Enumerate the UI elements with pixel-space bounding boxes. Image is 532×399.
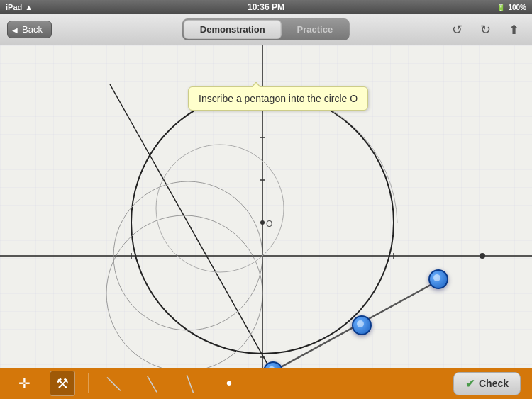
toolbar-tools: ✛ ⚒ │ │ │ • [11,371,242,396]
svg-point-18 [480,253,485,259]
svg-text:O: O [266,219,272,229]
line-tool-1-button[interactable]: │ [101,371,127,396]
carrier-label: iPad [6,3,22,11]
move-icon: ✛ [18,375,31,392]
line1-icon: │ [104,373,124,393]
battery-label: 100% [508,4,526,11]
point-icon: • [226,373,232,393]
check-button[interactable]: ✔ Check [453,372,521,395]
status-right: 🔋 100% [497,4,526,11]
nav-bar: Back Demonstration Practice ↺ ↻ ⬆ [0,14,532,45]
redo-button[interactable]: ↻ [474,18,497,41]
checkmark-icon: ✔ [465,377,475,390]
drag-point-top-right[interactable] [428,269,448,289]
check-label: Check [479,378,509,389]
tooltip-text: Inscribe a pentagon into the circle O [199,93,358,104]
geometry-canvas: O Inscribe a pentagon into the circle O [0,45,532,368]
battery-icon: 🔋 [497,4,505,11]
tooltip: Inscribe a pentagon into the circle O [188,86,368,111]
construct-tool-button[interactable]: ⚒ [50,371,75,396]
undo-button[interactable]: ↺ [445,18,468,41]
line-tool-2-button[interactable]: │ [140,371,165,396]
toolbar-separator [88,373,89,393]
toolbar: ✛ ⚒ │ │ │ • ✔ Check [0,368,532,399]
line3-icon: │ [183,373,199,393]
move-tool-button[interactable]: ✛ [11,371,37,396]
back-button[interactable]: Back [7,21,52,38]
status-bar: iPad ▲ 10:36 PM 🔋 100% [0,0,532,14]
tab-group: Demonstration Practice [182,18,350,40]
tab-practice[interactable]: Practice [282,20,349,39]
point-tool-button[interactable]: • [216,371,242,396]
drag-point-middle[interactable] [352,315,372,335]
status-left: iPad ▲ [6,3,33,11]
svg-point-17 [260,220,265,225]
construct-icon: ⚒ [56,375,69,392]
wifi-icon: ▲ [25,3,33,11]
line2-icon: │ [144,373,162,393]
share-button[interactable]: ⬆ [502,18,525,41]
nav-right-icons: ↺ ↻ ⬆ [445,18,525,41]
status-time: 10:36 PM [248,2,284,12]
line-tool-3-button[interactable]: │ [178,371,204,396]
tab-demonstration[interactable]: Demonstration [184,20,282,39]
